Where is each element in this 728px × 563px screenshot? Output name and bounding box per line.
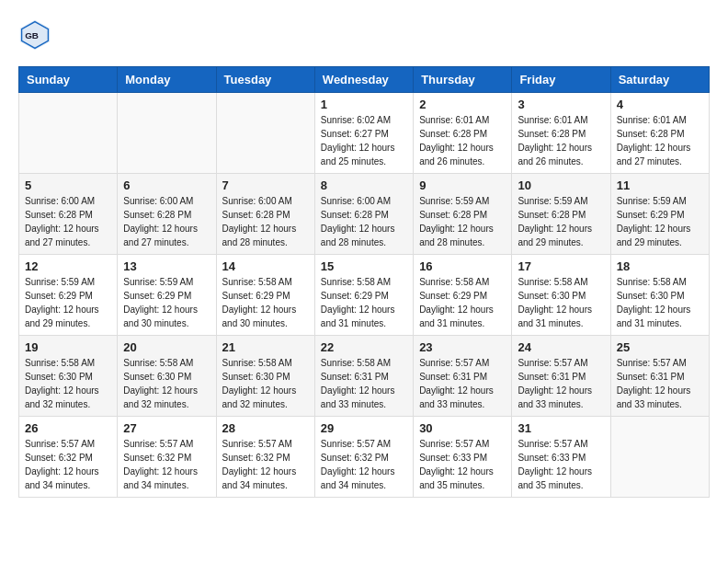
day-number: 11 xyxy=(617,178,703,192)
day-info: Sunrise: 5:59 AMSunset: 6:28 PMDaylight:… xyxy=(518,194,604,249)
svg-text:GB: GB xyxy=(25,30,39,40)
day-info: Sunrise: 6:00 AMSunset: 6:28 PMDaylight:… xyxy=(222,194,309,249)
day-number: 24 xyxy=(518,340,604,354)
day-info: Sunrise: 5:57 AMSunset: 6:32 PMDaylight:… xyxy=(321,437,407,492)
calendar-cell: 13Sunrise: 5:59 AMSunset: 6:29 PMDayligh… xyxy=(118,255,216,336)
calendar-header-row: SundayMondayTuesdayWednesdayThursdayFrid… xyxy=(19,67,710,93)
day-number: 28 xyxy=(222,421,309,435)
calendar-cell: 29Sunrise: 5:57 AMSunset: 6:32 PMDayligh… xyxy=(314,417,413,498)
calendar-cell: 23Sunrise: 5:57 AMSunset: 6:31 PMDayligh… xyxy=(414,336,512,417)
day-info: Sunrise: 5:58 AMSunset: 6:29 PMDaylight:… xyxy=(222,275,309,330)
day-number: 17 xyxy=(518,259,604,273)
calendar-cell: 30Sunrise: 5:57 AMSunset: 6:33 PMDayligh… xyxy=(414,417,512,498)
day-number: 6 xyxy=(123,178,210,192)
day-info: Sunrise: 5:57 AMSunset: 6:32 PMDaylight:… xyxy=(123,437,210,492)
day-number: 10 xyxy=(518,178,604,192)
day-number: 27 xyxy=(123,421,210,435)
calendar-cell: 16Sunrise: 5:58 AMSunset: 6:29 PMDayligh… xyxy=(414,255,512,336)
day-info: Sunrise: 5:58 AMSunset: 6:29 PMDaylight:… xyxy=(321,275,407,330)
calendar-week-row: 5Sunrise: 6:00 AMSunset: 6:28 PMDaylight… xyxy=(19,174,710,255)
calendar-cell: 4Sunrise: 6:01 AMSunset: 6:28 PMDaylight… xyxy=(610,93,709,174)
calendar-cell: 8Sunrise: 6:00 AMSunset: 6:28 PMDaylight… xyxy=(314,174,413,255)
logo-icon: GB xyxy=(18,18,51,52)
day-info: Sunrise: 5:57 AMSunset: 6:33 PMDaylight:… xyxy=(419,437,506,492)
col-header-thursday: Thursday xyxy=(414,67,512,93)
calendar-cell: 22Sunrise: 5:58 AMSunset: 6:31 PMDayligh… xyxy=(314,336,413,417)
day-number: 2 xyxy=(419,98,506,111)
day-info: Sunrise: 5:57 AMSunset: 6:32 PMDaylight:… xyxy=(25,437,111,492)
col-header-sunday: Sunday xyxy=(19,67,118,93)
col-header-saturday: Saturday xyxy=(610,67,709,93)
calendar-cell: 25Sunrise: 5:57 AMSunset: 6:31 PMDayligh… xyxy=(610,336,709,417)
day-number: 8 xyxy=(321,178,407,192)
day-info: Sunrise: 5:58 AMSunset: 6:30 PMDaylight:… xyxy=(617,275,703,330)
day-number: 21 xyxy=(222,340,309,354)
day-number: 14 xyxy=(222,259,309,273)
calendar-cell: 27Sunrise: 5:57 AMSunset: 6:32 PMDayligh… xyxy=(118,417,216,498)
calendar-cell xyxy=(216,93,314,174)
day-info: Sunrise: 5:57 AMSunset: 6:31 PMDaylight:… xyxy=(518,356,604,411)
day-info: Sunrise: 5:58 AMSunset: 6:29 PMDaylight:… xyxy=(419,275,506,330)
day-number: 1 xyxy=(321,98,407,111)
day-info: Sunrise: 5:59 AMSunset: 6:29 PMDaylight:… xyxy=(25,275,111,330)
calendar-cell: 20Sunrise: 5:58 AMSunset: 6:30 PMDayligh… xyxy=(118,336,216,417)
calendar-cell: 11Sunrise: 5:59 AMSunset: 6:29 PMDayligh… xyxy=(610,174,709,255)
calendar-week-row: 19Sunrise: 5:58 AMSunset: 6:30 PMDayligh… xyxy=(19,336,710,417)
calendar-cell: 24Sunrise: 5:57 AMSunset: 6:31 PMDayligh… xyxy=(512,336,610,417)
calendar-cell: 19Sunrise: 5:58 AMSunset: 6:30 PMDayligh… xyxy=(19,336,118,417)
day-number: 31 xyxy=(518,421,604,435)
day-number: 23 xyxy=(419,340,506,354)
day-number: 4 xyxy=(617,98,703,111)
day-number: 25 xyxy=(617,340,703,354)
calendar-cell xyxy=(118,93,216,174)
page-header: GB xyxy=(18,18,710,52)
day-number: 13 xyxy=(123,259,210,273)
day-info: Sunrise: 5:58 AMSunset: 6:30 PMDaylight:… xyxy=(518,275,604,330)
calendar-cell xyxy=(19,93,118,174)
calendar-cell: 21Sunrise: 5:58 AMSunset: 6:30 PMDayligh… xyxy=(216,336,314,417)
day-number: 3 xyxy=(518,98,604,111)
day-info: Sunrise: 5:57 AMSunset: 6:31 PMDaylight:… xyxy=(617,356,703,411)
calendar-cell: 15Sunrise: 5:58 AMSunset: 6:29 PMDayligh… xyxy=(314,255,413,336)
day-number: 5 xyxy=(25,178,111,192)
day-number: 22 xyxy=(321,340,407,354)
calendar-cell: 5Sunrise: 6:00 AMSunset: 6:28 PMDaylight… xyxy=(19,174,118,255)
day-number: 15 xyxy=(321,259,407,273)
calendar-cell: 7Sunrise: 6:00 AMSunset: 6:28 PMDaylight… xyxy=(216,174,314,255)
day-number: 30 xyxy=(419,421,506,435)
calendar-cell: 12Sunrise: 5:59 AMSunset: 6:29 PMDayligh… xyxy=(19,255,118,336)
calendar-cell: 1Sunrise: 6:02 AMSunset: 6:27 PMDaylight… xyxy=(314,93,413,174)
day-info: Sunrise: 5:57 AMSunset: 6:33 PMDaylight:… xyxy=(518,437,604,492)
day-number: 29 xyxy=(321,421,407,435)
col-header-tuesday: Tuesday xyxy=(216,67,314,93)
day-number: 19 xyxy=(25,340,111,354)
calendar-cell: 6Sunrise: 6:00 AMSunset: 6:28 PMDaylight… xyxy=(118,174,216,255)
day-number: 12 xyxy=(25,259,111,273)
day-info: Sunrise: 6:02 AMSunset: 6:27 PMDaylight:… xyxy=(321,113,407,168)
calendar-week-row: 26Sunrise: 5:57 AMSunset: 6:32 PMDayligh… xyxy=(19,417,710,498)
calendar-week-row: 1Sunrise: 6:02 AMSunset: 6:27 PMDaylight… xyxy=(19,93,710,174)
calendar-cell: 18Sunrise: 5:58 AMSunset: 6:30 PMDayligh… xyxy=(610,255,709,336)
day-info: Sunrise: 6:00 AMSunset: 6:28 PMDaylight:… xyxy=(321,194,407,249)
day-info: Sunrise: 5:58 AMSunset: 6:30 PMDaylight:… xyxy=(25,356,111,411)
col-header-friday: Friday xyxy=(512,67,610,93)
calendar-cell xyxy=(610,417,709,498)
col-header-monday: Monday xyxy=(118,67,216,93)
calendar-cell: 3Sunrise: 6:01 AMSunset: 6:28 PMDaylight… xyxy=(512,93,610,174)
day-number: 16 xyxy=(419,259,506,273)
day-number: 7 xyxy=(222,178,309,192)
day-info: Sunrise: 6:01 AMSunset: 6:28 PMDaylight:… xyxy=(518,113,604,168)
day-info: Sunrise: 5:58 AMSunset: 6:30 PMDaylight:… xyxy=(123,356,210,411)
calendar-cell: 28Sunrise: 5:57 AMSunset: 6:32 PMDayligh… xyxy=(216,417,314,498)
col-header-wednesday: Wednesday xyxy=(314,67,413,93)
day-info: Sunrise: 6:01 AMSunset: 6:28 PMDaylight:… xyxy=(617,113,703,168)
calendar-cell: 2Sunrise: 6:01 AMSunset: 6:28 PMDaylight… xyxy=(414,93,512,174)
day-number: 20 xyxy=(123,340,210,354)
day-info: Sunrise: 5:58 AMSunset: 6:31 PMDaylight:… xyxy=(321,356,407,411)
day-info: Sunrise: 5:59 AMSunset: 6:29 PMDaylight:… xyxy=(617,194,703,249)
logo: GB xyxy=(18,18,55,52)
calendar-table: SundayMondayTuesdayWednesdayThursdayFrid… xyxy=(18,66,710,498)
calendar-cell: 26Sunrise: 5:57 AMSunset: 6:32 PMDayligh… xyxy=(19,417,118,498)
calendar-cell: 9Sunrise: 5:59 AMSunset: 6:28 PMDaylight… xyxy=(414,174,512,255)
day-number: 18 xyxy=(617,259,703,273)
